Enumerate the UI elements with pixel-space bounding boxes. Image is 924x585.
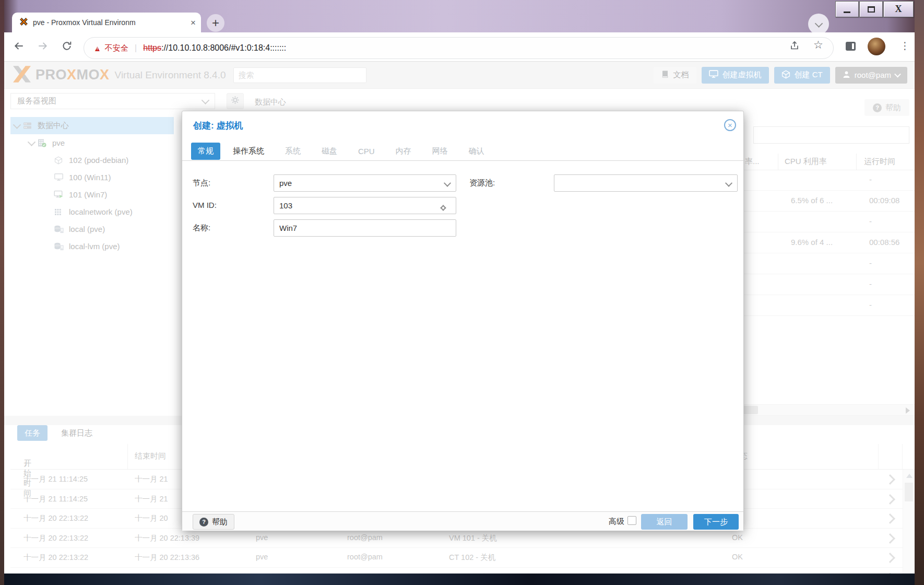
window-maximize-button[interactable] [859,1,883,17]
tab-title: pve - Proxmox Virtual Environm [33,18,191,27]
question-icon: ? [199,518,208,526]
url-text: ://10.10.10.8:8006/#v1:0:18:4::::::: [161,43,286,53]
dialog-tab-disabled: 系统 [285,146,301,156]
url-divider: | [135,43,137,53]
dialog-tab-active[interactable]: 常规 [191,143,220,160]
chevron-down-icon [725,180,732,187]
chevron-down-icon [814,19,823,28]
desktop: pve - Proxmox Virtual Environm × + X ▲! … [0,0,924,585]
vmid-label: VM ID: [193,201,217,209]
dialog-help-button[interactable]: ? 帮助 [193,514,234,530]
url-field[interactable]: ▲! 不安全 | https://10.10.10.8:8006/#v1:0:1… [84,37,834,59]
dialog-close-button[interactable]: × [724,119,736,131]
back-button[interactable]: 返回 [641,514,688,530]
not-secure-label[interactable]: 不安全 [105,43,128,53]
proxmox-favicon-icon [19,17,28,28]
window-minimize-button[interactable] [835,1,859,17]
desktop-edge-left [0,0,4,585]
name-field[interactable] [274,219,456,237]
profile-avatar[interactable] [868,38,885,55]
tab-search-chevron-button[interactable] [808,14,829,34]
name-label: 名称: [193,223,210,233]
vmid-stepper[interactable]: 103 [274,197,456,214]
dialog-title: 创建: 虚拟机 [193,120,243,132]
window-close-button[interactable]: X [883,1,914,17]
pool-label: 资源池: [469,178,495,188]
dialog-tabs: 常规操作系统系统磁盘CPU内存网络确认 [182,142,743,161]
node-select[interactable]: pve [274,174,456,192]
desktop-edge-bottom [4,574,915,585]
dialog-footer: ? 帮助 高级 返回 下一步 [182,511,743,531]
dialog-tab-disabled: 确认 [469,146,484,156]
node-label: 节点: [193,178,210,188]
browser-menu-icon[interactable]: ⋮ [900,40,910,52]
next-button[interactable]: 下一步 [693,514,739,530]
chevron-down-icon [444,180,451,187]
refresh-icon[interactable] [62,41,72,53]
dialog-tab-disabled: 内存 [396,146,411,156]
advanced-checkbox[interactable] [627,516,636,525]
new-tab-button[interactable]: + [207,14,224,32]
advanced-label: 高级 [609,517,624,526]
share-icon[interactable] [790,40,800,52]
dialog-tab-disabled: 网络 [432,146,448,156]
back-icon[interactable] [14,41,24,53]
minimize-icon [844,11,850,13]
maximize-icon [868,6,875,13]
tab-close-icon[interactable]: × [191,18,196,27]
not-secure-warning-icon[interactable]: ▲! [93,44,101,53]
pool-select[interactable] [554,174,738,192]
dialog-tab-disabled: 磁盘 [322,146,337,156]
create-vm-dialog: 创建: 虚拟机 × 常规操作系统系统磁盘CPU内存网络确认 节点: pve 资源… [182,111,744,531]
bookmark-star-icon[interactable]: ☆ [813,39,823,51]
side-panel-icon[interactable] [846,42,856,51]
forward-icon[interactable] [38,41,48,53]
dialog-tab-enabled[interactable]: 操作系统 [233,146,264,156]
url-scheme: https [143,43,161,53]
browser-tab[interactable]: pve - Proxmox Virtual Environm × [12,13,201,32]
dialog-tab-disabled: CPU [358,147,375,156]
desktop-edge-right [915,0,924,585]
